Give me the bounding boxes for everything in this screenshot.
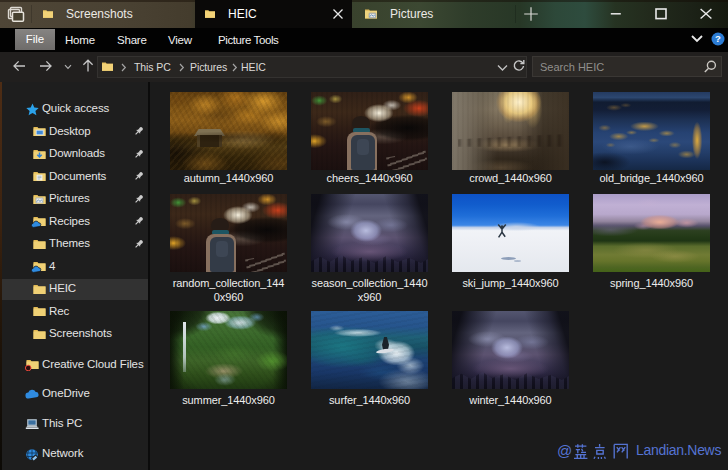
svg-text:?: ? [715,33,721,44]
